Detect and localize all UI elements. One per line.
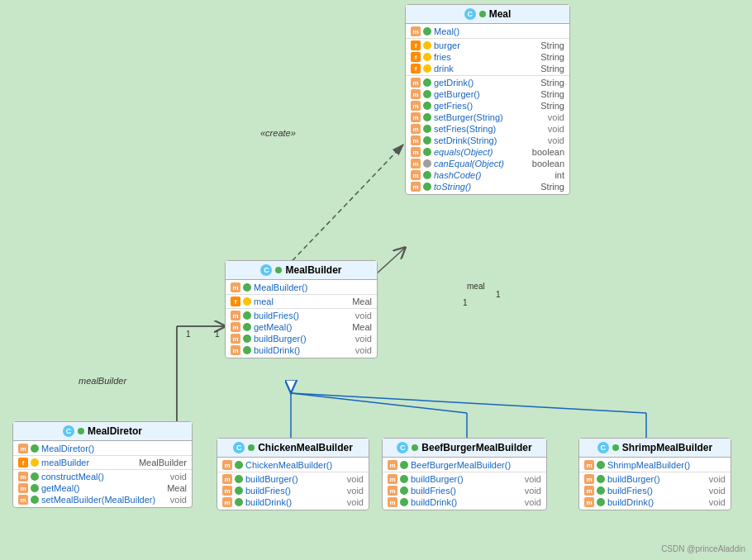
member-type: boolean	[526, 147, 564, 157]
member-type: void	[541, 124, 564, 134]
create-label: «create»	[260, 128, 296, 138]
member-type: void	[349, 311, 372, 320]
member-canEqual: m canEqual(Object) boolean	[406, 158, 569, 169]
svg-line-3	[281, 145, 403, 273]
member-name: buildBurger()	[411, 474, 516, 484]
type-green-icon	[243, 335, 251, 343]
vis-f-icon: f	[411, 40, 421, 50]
member-name: toString()	[434, 182, 531, 192]
member-name: buildBurger()	[254, 334, 346, 344]
member-name: BeefBurgerMealBuilder()	[411, 460, 541, 470]
type-green-icon	[235, 461, 243, 469]
member-name: MealDiretor()	[41, 444, 187, 453]
type-green-icon	[423, 102, 431, 110]
member-buildBurger-c: m buildBurger() void	[217, 473, 369, 485]
vis-m-icon: m	[411, 89, 421, 99]
member-type: String	[534, 78, 564, 88]
member-type: void	[702, 474, 726, 484]
member-name: getMeal()	[254, 322, 343, 332]
class-shrimpmealbuilder: C ShrimpMealBuilder m ShrimpMealBuilder(…	[578, 438, 731, 510]
class-chickenmealbuilder-body: m ChickenMealBuilder() m buildBurger() v…	[217, 458, 369, 510]
member-buildBurger-b: m buildBurger() void	[383, 473, 546, 485]
vis-m-icon: m	[222, 474, 232, 484]
member-drink: f drink String	[406, 63, 569, 74]
meal-builder-label: mealBuilder	[79, 376, 126, 386]
member-getMeal: m getMeal() Meal	[226, 321, 377, 333]
member-type: void	[518, 486, 541, 496]
vis-m-icon: m	[222, 486, 232, 496]
vis-m-icon: m	[388, 486, 397, 496]
type-green-icon	[400, 475, 408, 483]
member-name: setDrink(String)	[434, 135, 539, 145]
member-name: buildFries()	[245, 486, 338, 496]
member-type: void	[340, 474, 364, 484]
type-green-icon	[243, 323, 251, 331]
class-chickenmealbuilder-title: ChickenMealBuilder	[258, 442, 353, 453]
member-type: void	[164, 472, 187, 482]
member-MealBuilder-constructor: m MealBuilder()	[226, 282, 377, 293]
vis-f-icon: f	[411, 52, 421, 62]
class-mealbuilder: C MealBuilder m MealBuilder() f meal Mea…	[225, 260, 378, 358]
member-type: String	[534, 182, 564, 192]
member-name: MealBuilder()	[254, 282, 372, 292]
member-toString: m toString() String	[406, 181, 569, 192]
class-meal-title: Meal	[489, 8, 512, 20]
member-type: void	[340, 497, 364, 507]
vis-m-icon: m	[411, 135, 421, 145]
svg-line-12	[291, 393, 646, 413]
member-type: String	[534, 101, 564, 111]
member-meal-field: f meal Meal	[226, 296, 377, 307]
member-type: void	[541, 112, 564, 122]
member-setDrink: m setDrink(String) void	[406, 135, 569, 146]
vis-m-icon: m	[411, 112, 421, 122]
member-buildDrink-c: m buildDrink() void	[217, 496, 369, 508]
class-c-icon: C	[597, 442, 609, 453]
member-name: ChickenMealBuilder()	[245, 460, 364, 470]
type-green-icon	[423, 171, 431, 179]
class-mealdiretor: C MealDiretor m MealDiretor() f mealBuil…	[12, 421, 193, 508]
member-name: buildDrink()	[254, 345, 346, 355]
vis-m-icon: m	[411, 101, 421, 111]
member-name: buildDrink()	[245, 497, 338, 507]
class-shrimpmealbuilder-title: ShrimpMealBuilder	[622, 442, 712, 453]
type-green-icon	[31, 484, 39, 492]
vis-m-icon: m	[18, 472, 28, 482]
member-name: buildDrink()	[411, 497, 516, 507]
svg-text:1: 1	[186, 330, 191, 339]
member-hashCode: m hashCode() int	[406, 169, 569, 181]
member-getFries: m getFries() String	[406, 100, 569, 112]
member-getBurger: m getBurger() String	[406, 88, 569, 100]
member-name: buildFries()	[607, 486, 700, 496]
member-name: meal	[254, 297, 343, 306]
member-name: canEqual(Object)	[434, 159, 523, 168]
watermark: CSDN @princeAladdin	[661, 544, 745, 553]
member-burger: f burger String	[406, 40, 569, 51]
type-green-icon	[423, 113, 431, 121]
vis-m-icon: m	[584, 460, 594, 470]
class-meal-body: m Meal() f burger String f fries String …	[406, 24, 569, 194]
member-type: Meal	[160, 483, 187, 493]
member-buildDrink-b: m buildDrink() void	[383, 496, 546, 508]
vis-m-icon: m	[411, 147, 421, 157]
member-name: buildBurger()	[607, 474, 700, 484]
member-buildDrink: m buildDrink() void	[226, 344, 377, 356]
svg-text:1: 1	[496, 290, 501, 299]
member-name: drink	[434, 64, 531, 74]
vis-m-icon: m	[584, 486, 594, 496]
member-buildFries: m buildFries() void	[226, 310, 377, 321]
type-green-icon	[400, 461, 408, 469]
member-type: String	[534, 40, 564, 50]
vis-m-icon: m	[411, 170, 421, 180]
vis-m-icon: m	[231, 282, 240, 292]
class-c-icon: C	[63, 425, 74, 437]
member-name: buildDrink()	[607, 497, 700, 507]
class-green-dot	[412, 444, 418, 451]
class-chickenmealbuilder: C ChickenMealBuilder m ChickenMealBuilde…	[217, 438, 369, 510]
member-type: Meal	[345, 297, 372, 306]
member-type: int	[548, 170, 564, 180]
class-shrimpmealbuilder-header: C ShrimpMealBuilder	[579, 439, 731, 458]
member-setMealBuilder: m setMealBuilder(MealBuilder) void	[13, 494, 192, 505]
member-name: equals(Object)	[434, 147, 523, 157]
vis-m-icon: m	[231, 311, 240, 320]
type-green-icon	[400, 486, 408, 495]
